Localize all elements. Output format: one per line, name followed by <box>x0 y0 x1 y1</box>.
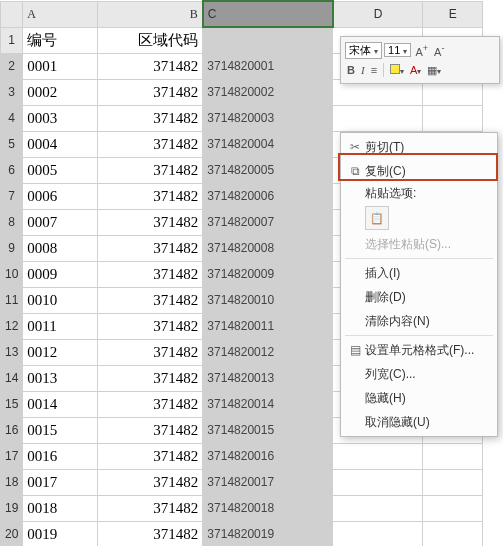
row-header[interactable]: 18 <box>1 469 23 495</box>
ctx-unhide[interactable]: 取消隐藏(U) <box>341 410 497 434</box>
cell[interactable]: 371482 <box>98 365 203 391</box>
cell[interactable]: 0001 <box>23 53 98 79</box>
cell[interactable]: 371482 <box>98 339 203 365</box>
cell[interactable] <box>333 521 423 546</box>
cell[interactable]: 371482 <box>98 391 203 417</box>
bold-button[interactable]: B <box>345 64 357 76</box>
row-header[interactable]: 13 <box>1 339 23 365</box>
cell[interactable]: 371482 <box>98 261 203 287</box>
cell[interactable]: 3714820007 <box>203 209 333 235</box>
cell[interactable]: 3714820009 <box>203 261 333 287</box>
cell[interactable]: 0015 <box>23 417 98 443</box>
cell[interactable]: 0008 <box>23 235 98 261</box>
cell[interactable]: 3714820012 <box>203 339 333 365</box>
cell[interactable]: 0009 <box>23 261 98 287</box>
row-header[interactable]: 4 <box>1 105 23 131</box>
row-header[interactable]: 5 <box>1 131 23 157</box>
cell[interactable]: 3714820016 <box>203 443 333 469</box>
ctx-copy[interactable]: ⧉复制(C) <box>341 159 497 183</box>
cell[interactable]: 0004 <box>23 131 98 157</box>
cell[interactable]: 3714820019 <box>203 521 333 546</box>
row-header[interactable]: 7 <box>1 183 23 209</box>
cell[interactable]: 3714820004 <box>203 131 333 157</box>
fill-color-button[interactable]: ▾ <box>388 64 406 76</box>
cell[interactable]: 0019 <box>23 521 98 546</box>
font-color-button[interactable]: A▾ <box>408 64 423 76</box>
cell[interactable]: 371482 <box>98 287 203 313</box>
row-header[interactable]: 11 <box>1 287 23 313</box>
cell[interactable]: 3714820011 <box>203 313 333 339</box>
cell[interactable]: 371482 <box>98 79 203 105</box>
col-header-A[interactable]: A <box>23 1 98 27</box>
cell[interactable] <box>333 105 423 131</box>
col-header-D[interactable]: D <box>333 1 423 27</box>
cell[interactable]: 0013 <box>23 365 98 391</box>
cell[interactable]: 0007 <box>23 209 98 235</box>
cell[interactable] <box>423 469 483 495</box>
cell[interactable] <box>423 495 483 521</box>
cell[interactable]: 0016 <box>23 443 98 469</box>
cell[interactable] <box>333 495 423 521</box>
cell[interactable]: 371482 <box>98 183 203 209</box>
cell[interactable]: 0018 <box>23 495 98 521</box>
row-header[interactable]: 19 <box>1 495 23 521</box>
col-header-C[interactable]: C <box>203 1 333 27</box>
row-header[interactable]: 15 <box>1 391 23 417</box>
col-header-E[interactable]: E <box>423 1 483 27</box>
font-size-select[interactable]: 11 ▾ <box>384 43 411 57</box>
row-header[interactable]: 2 <box>1 53 23 79</box>
cell[interactable]: 0010 <box>23 287 98 313</box>
cell[interactable]: 371482 <box>98 495 203 521</box>
row-header[interactable]: 1 <box>1 27 23 53</box>
cell[interactable]: 371482 <box>98 521 203 546</box>
ctx-cut[interactable]: ✂剪切(T) <box>341 135 497 159</box>
cell[interactable]: 3714820013 <box>203 365 333 391</box>
ctx-column-width[interactable]: 列宽(C)... <box>341 362 497 386</box>
decrease-font-button[interactable]: A- <box>432 43 446 58</box>
cell[interactable]: 3714820018 <box>203 495 333 521</box>
cell[interactable]: 3714820002 <box>203 79 333 105</box>
select-all-corner[interactable] <box>1 1 23 27</box>
cell[interactable]: 0003 <box>23 105 98 131</box>
col-header-B[interactable]: B <box>98 1 203 27</box>
cell[interactable]: 3714820015 <box>203 417 333 443</box>
border-button[interactable]: ▦▾ <box>425 64 443 77</box>
ctx-clear[interactable]: 清除内容(N) <box>341 309 497 333</box>
cell[interactable] <box>203 27 333 53</box>
cell[interactable]: 371482 <box>98 53 203 79</box>
cell[interactable]: 3714820001 <box>203 53 333 79</box>
cell[interactable]: 371482 <box>98 131 203 157</box>
cell[interactable]: 编号 <box>23 27 98 53</box>
row-header[interactable]: 6 <box>1 157 23 183</box>
italic-button[interactable]: I <box>359 64 367 76</box>
increase-font-button[interactable]: A+ <box>413 43 430 58</box>
cell[interactable]: 0014 <box>23 391 98 417</box>
ctx-delete[interactable]: 删除(D) <box>341 285 497 309</box>
row-header[interactable]: 8 <box>1 209 23 235</box>
row-header[interactable]: 12 <box>1 313 23 339</box>
cell[interactable]: 371482 <box>98 157 203 183</box>
row-header[interactable]: 16 <box>1 417 23 443</box>
cell[interactable] <box>423 443 483 469</box>
cell[interactable]: 3714820008 <box>203 235 333 261</box>
row-header[interactable]: 20 <box>1 521 23 546</box>
cell[interactable]: 0017 <box>23 469 98 495</box>
cell[interactable]: 3714820005 <box>203 157 333 183</box>
cell[interactable] <box>423 105 483 131</box>
ctx-insert[interactable]: 插入(I) <box>341 261 497 285</box>
cell[interactable]: 3714820003 <box>203 105 333 131</box>
cell[interactable]: 3714820014 <box>203 391 333 417</box>
cell[interactable]: 0012 <box>23 339 98 365</box>
cell[interactable]: 371482 <box>98 469 203 495</box>
font-family-select[interactable]: 宋体 ▾ <box>345 42 382 59</box>
row-header[interactable]: 10 <box>1 261 23 287</box>
ctx-hide[interactable]: 隐藏(H) <box>341 386 497 410</box>
row-header[interactable]: 14 <box>1 365 23 391</box>
row-header[interactable]: 9 <box>1 235 23 261</box>
row-header[interactable]: 17 <box>1 443 23 469</box>
cell[interactable]: 0002 <box>23 79 98 105</box>
cell[interactable]: 3714820010 <box>203 287 333 313</box>
cell[interactable]: 371482 <box>98 313 203 339</box>
cell[interactable]: 3714820017 <box>203 469 333 495</box>
ctx-paste-button[interactable]: 📋 <box>365 206 389 230</box>
